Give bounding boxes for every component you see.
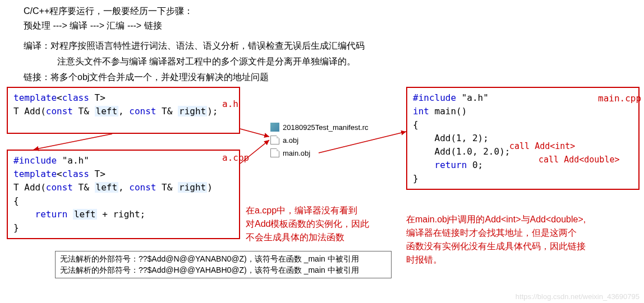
svg-line-3 bbox=[319, 132, 406, 153]
acpp-note-line1: 在a.cpp中，编译器没有看到 bbox=[246, 205, 357, 217]
rc-file-icon bbox=[270, 123, 279, 132]
main-note-line2: 编译器在链接时才会找其地址，但是这两个 bbox=[406, 227, 577, 239]
acpp-code-box: #include "a.h" template<class T> T Add(c… bbox=[7, 150, 240, 239]
watermark: https://blog.csdn.net/weixin_43690795 bbox=[516, 292, 640, 301]
obj-file-icon bbox=[270, 148, 279, 157]
main-note-line1: 在main.obj中调用的Add<int>与Add<double>, bbox=[406, 214, 586, 226]
acpp-note-line2: 对Add模板函数的实例化，因此 bbox=[246, 218, 369, 230]
acpp-label: a.cpp bbox=[222, 152, 249, 163]
error-line1: 无法解析的外部符号：??$Add@N@@YANABN0@Z)，该符号在函数 _m… bbox=[60, 254, 387, 265]
file-manifest: 20180925Test_manifest.rc bbox=[270, 123, 368, 132]
error-box: 无法解析的外部符号：??$Add@N@@YANABN0@Z)，该符号在函数 _m… bbox=[55, 251, 392, 278]
file-mainobj: main.obj bbox=[270, 148, 310, 157]
obj-file-icon bbox=[270, 136, 279, 144]
maincpp-label: main.cpp bbox=[598, 93, 641, 104]
intro-line4: 注意头文件不参与编译 编译器对工程中的多个源文件是分离开单独编译的。 bbox=[57, 56, 356, 68]
ah-code-box: template<class T> T Add(const T& left, c… bbox=[7, 87, 240, 134]
main-note-line4: 时报错。 bbox=[406, 254, 442, 266]
svg-line-0 bbox=[34, 134, 112, 150]
maincpp-comment-int: call Add<int> bbox=[509, 141, 575, 151]
ah-label: a.h bbox=[222, 99, 238, 109]
file-aobj: a.obj bbox=[270, 136, 298, 144]
intro-line1: C/C++程序要运行，一般要经历一下步骤： bbox=[24, 6, 193, 17]
intro-line2: 预处理 ---> 编译 ---> 汇编 ---> 链接 bbox=[24, 20, 162, 32]
maincpp-comment-double: call Add<double> bbox=[539, 155, 620, 165]
main-note-line3: 函数没有实例化没有生成具体代码，因此链接 bbox=[406, 241, 586, 253]
intro-line5: 链接：将多个obj文件合并成一个，并处理没有解决的地址问题 bbox=[24, 72, 269, 83]
error-line2: 无法解析的外部符号：??$Add@H@@YAHABH0@Z)，该符号在函数 _m… bbox=[60, 265, 387, 276]
acpp-note-line3: 不会生成具体的加法函数 bbox=[246, 232, 344, 244]
intro-line3: 编译：对程序按照语言特性进行词法、语法、语义分析，错误检查无误后生成汇编代码 bbox=[24, 40, 365, 52]
svg-line-1 bbox=[240, 129, 269, 137]
